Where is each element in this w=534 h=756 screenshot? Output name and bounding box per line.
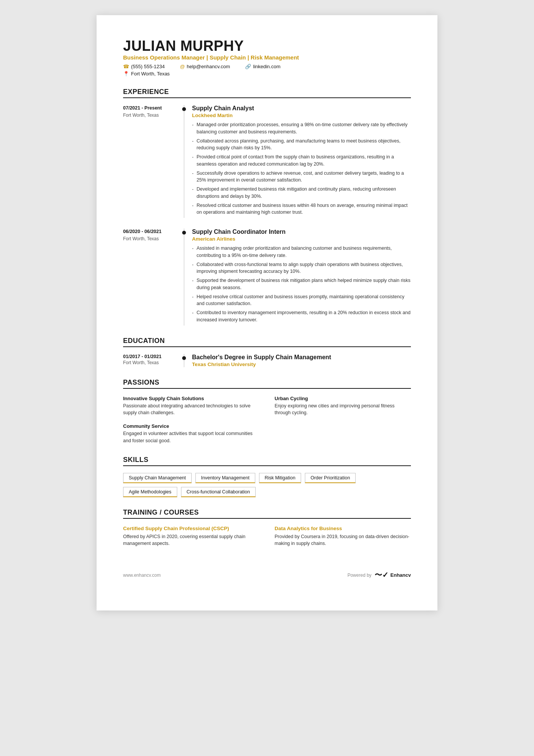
phone-value: (555) 555-1234 [131, 64, 165, 69]
training-item: Certified Supply Chain Professional (CSC… [123, 526, 259, 548]
job-title: Supply Chain Coordinator Intern [192, 229, 411, 235]
experience-entry: 07/2021 - Present Fort Worth, Texas Supp… [123, 105, 411, 218]
passion-title: Community Service [123, 423, 259, 429]
exp-date: 07/2021 - Present [123, 105, 176, 112]
skills-section-title: SKILLS [123, 456, 411, 466]
phone-icon: ☎ [123, 64, 129, 69]
experience-bullets: Managed order prioritization processes, … [192, 121, 411, 216]
passions-section-title: PASSIONS [123, 379, 411, 389]
bullet-item: Managed order prioritization processes, … [192, 121, 411, 136]
experience-section: EXPERIENCE 07/2021 - Present Fort Worth,… [123, 88, 411, 326]
edu-left: 01/2017 - 01/2021 Fort Worth, Texas [123, 354, 184, 367]
passions-section: PASSIONS Innovative Supply Chain Solutio… [123, 379, 411, 445]
passion-item: Urban Cycling Enjoy exploring new cities… [275, 396, 411, 417]
resume-document: JULIAN MURPHY Business Operations Manage… [97, 15, 437, 610]
skill-tag: Inventory Management [195, 473, 255, 483]
education-section: EDUCATION 01/2017 - 01/2021 Fort Worth, … [123, 337, 411, 367]
education-entry: 01/2017 - 01/2021 Fort Worth, Texas Bach… [123, 354, 411, 367]
education-entries: 01/2017 - 01/2021 Fort Worth, Texas Bach… [123, 354, 411, 367]
passion-desc: Enjoy exploring new cities and improving… [275, 402, 411, 417]
powered-by-label: Powered by [347, 573, 371, 578]
training-title: Certified Supply Chain Professional (CSC… [123, 526, 259, 531]
bullet-item: Contributed to inventory management impr… [192, 309, 411, 324]
company-name: Lockheed Martin [192, 113, 411, 118]
email-icon: @ [180, 64, 185, 69]
experience-entries: 07/2021 - Present Fort Worth, Texas Supp… [123, 105, 411, 326]
phone-contact: ☎ (555) 555-1234 [123, 64, 165, 69]
skill-tag: Cross-functional Collaboration [181, 487, 256, 497]
footer-url: www.enhancv.com [123, 573, 161, 578]
passions-grid: Innovative Supply Chain Solutions Passio… [123, 396, 411, 445]
passion-desc: Passionate about integrating advanced te… [123, 402, 259, 417]
bullet-item: Developed and implemented business risk … [192, 186, 411, 200]
candidate-title: Business Operations Manager | Supply Cha… [123, 54, 411, 61]
experience-entry: 06/2020 - 06/2021 Fort Worth, Texas Supp… [123, 229, 411, 326]
exp-right: Supply Chain Coordinator Intern American… [184, 229, 411, 326]
bullet-item: Assisted in managing order prioritizatio… [192, 245, 411, 259]
skills-row: Supply Chain ManagementInventory Managem… [123, 473, 411, 483]
skills-container: Supply Chain ManagementInventory Managem… [123, 473, 411, 497]
skill-tag: Agile Methodologies [123, 487, 177, 497]
exp-left: 07/2021 - Present Fort Worth, Texas [123, 105, 184, 218]
experience-section-title: EXPERIENCE [123, 88, 411, 98]
bullet-item: Resolved critical customer and business … [192, 202, 411, 216]
candidate-name: JULIAN MURPHY [123, 38, 411, 54]
training-desc: Offered by APICS in 2020, covering essen… [123, 533, 259, 548]
training-title: Data Analytics for Business [275, 526, 411, 531]
header-section: JULIAN MURPHY Business Operations Manage… [123, 38, 411, 77]
job-title: Supply Chain Analyst [192, 105, 411, 112]
training-desc: Provided by Coursera in 2019, focusing o… [275, 533, 411, 548]
bullet-item: Successfully drove operations to achieve… [192, 170, 411, 184]
linkedin-value: linkedin.com [253, 64, 280, 69]
edu-right: Bachelor's Degree in Supply Chain Manage… [184, 354, 411, 367]
company-name: American Airlines [192, 236, 411, 242]
enhancv-logo: 〜✓ Enhancv [375, 570, 411, 580]
exp-left: 06/2020 - 06/2021 Fort Worth, Texas [123, 229, 184, 326]
header-contacts: ☎ (555) 555-1234 @ help@enhancv.com 🔗 li… [123, 64, 411, 69]
experience-bullets: Assisted in managing order prioritizatio… [192, 245, 411, 324]
skill-tag: Supply Chain Management [123, 473, 192, 483]
bullet-item: Supported the development of business ri… [192, 277, 411, 291]
education-section-title: EDUCATION [123, 337, 411, 347]
passion-item: Community Service Engaged in volunteer a… [123, 423, 259, 445]
resume-footer: www.enhancv.com Powered by 〜✓ Enhancv [123, 570, 411, 580]
passion-title: Urban Cycling [275, 396, 411, 401]
bullet-item: Collaborated across planning, purchasing… [192, 138, 411, 152]
passion-item: Innovative Supply Chain Solutions Passio… [123, 396, 259, 417]
passion-title: Innovative Supply Chain Solutions [123, 396, 259, 401]
skills-section: SKILLS Supply Chain ManagementInventory … [123, 456, 411, 497]
exp-location: Fort Worth, Texas [123, 236, 176, 241]
exp-location: Fort Worth, Texas [123, 113, 176, 118]
training-section: TRAINING / COURSES Certified Supply Chai… [123, 509, 411, 548]
footer-powered-by: Powered by 〜✓ Enhancv [347, 570, 411, 580]
passion-desc: Engaged in volunteer activities that sup… [123, 430, 259, 445]
exp-right: Supply Chain Analyst Lockheed Martin Man… [184, 105, 411, 218]
training-grid: Certified Supply Chain Professional (CSC… [123, 526, 411, 548]
training-item: Data Analytics for Business Provided by … [275, 526, 411, 548]
skill-tag: Risk Mitigation [259, 473, 301, 483]
school-name: Texas Christian University [192, 362, 411, 367]
degree-name: Bachelor's Degree in Supply Chain Manage… [192, 354, 411, 361]
exp-date: 06/2020 - 06/2021 [123, 229, 176, 235]
bullet-item: Helped resolve critical customer and bus… [192, 293, 411, 308]
enhancv-brand: Enhancv [390, 572, 411, 578]
location-value: Fort Worth, Texas [131, 71, 170, 77]
skills-row: Agile MethodologiesCross-functional Coll… [123, 487, 411, 497]
bullet-item: Collaborated with cross-functional teams… [192, 261, 411, 275]
location-icon: 📍 [123, 71, 129, 77]
edu-location: Fort Worth, Texas [123, 360, 176, 365]
edu-date: 01/2017 - 01/2021 [123, 354, 176, 359]
enhancv-logo-icon: 〜✓ [375, 570, 389, 580]
location-contact: 📍 Fort Worth, Texas [123, 71, 411, 77]
training-section-title: TRAINING / COURSES [123, 509, 411, 519]
skill-tag: Order Prioritization [305, 473, 356, 483]
email-contact: @ help@enhancv.com [180, 64, 230, 69]
bullet-item: Provided critical point of contact from … [192, 153, 411, 168]
email-value: help@enhancv.com [187, 64, 230, 69]
linkedin-icon: 🔗 [245, 64, 251, 69]
linkedin-contact: 🔗 linkedin.com [245, 64, 280, 69]
